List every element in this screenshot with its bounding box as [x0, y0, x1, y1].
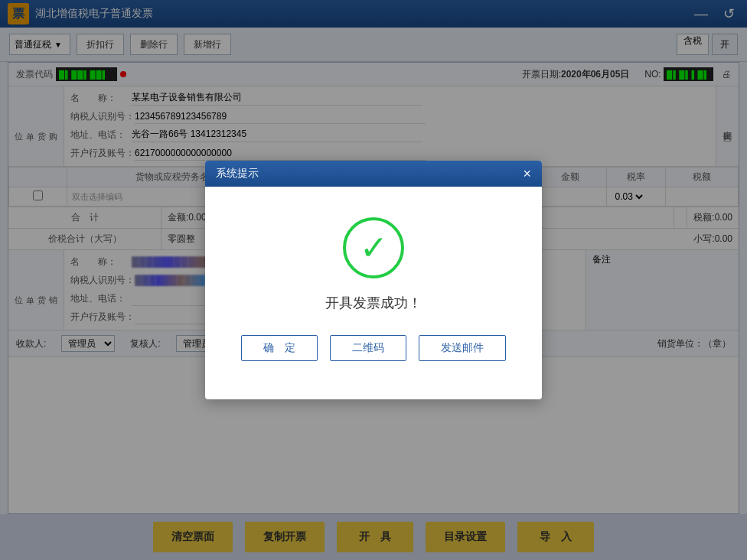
- system-prompt-modal: 系统提示 × ✓ 开具发票成功！ 确 定 二维码 发送邮件: [205, 161, 542, 399]
- app-container: 票 湖北增值税电子普通发票 — ↺ 普通征税 ▼ 折扣行 删除行 新增行 含税 …: [0, 0, 747, 560]
- modal-overlay: 系统提示 × ✓ 开具发票成功！ 确 定 二维码 发送邮件: [0, 0, 747, 560]
- modal-buttons: 确 定 二维码 发送邮件: [241, 327, 506, 376]
- modal-message: 开具发票成功！: [325, 294, 422, 312]
- checkmark-icon: ✓: [360, 231, 388, 265]
- modal-close-button[interactable]: ×: [523, 167, 531, 181]
- modal-title-bar: 系统提示 ×: [205, 161, 542, 187]
- modal-body: ✓ 开具发票成功！ 确 定 二维码 发送邮件: [205, 187, 542, 399]
- modal-confirm-button[interactable]: 确 定: [241, 335, 318, 361]
- modal-email-button[interactable]: 发送邮件: [419, 335, 506, 361]
- modal-qrcode-button[interactable]: 二维码: [330, 335, 406, 361]
- modal-title: 系统提示: [216, 167, 259, 181]
- success-icon: ✓: [343, 217, 404, 278]
